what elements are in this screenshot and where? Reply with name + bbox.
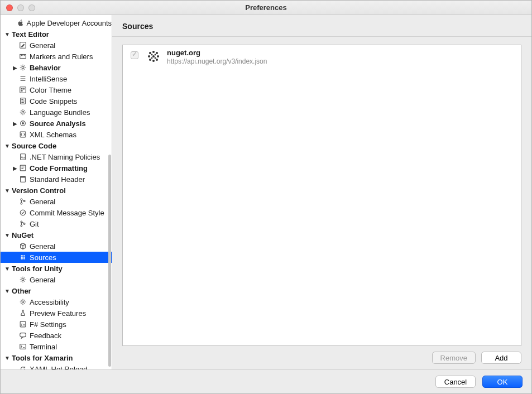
main-panel: Sources nuget.orghttps://api.nuget.org/v… — [112, 15, 531, 369]
svg-point-40 — [152, 60, 155, 62]
sidebar-item-label: Tools for Xamarin — [12, 354, 73, 362]
sidebar-item[interactable]: Apple Developer Accounts — [1, 17, 112, 28]
sidebar-scrollbar[interactable] — [108, 15, 112, 369]
disclosure-down-icon[interactable]: ▼ — [4, 31, 11, 37]
sidebar-item[interactable]: Color Theme — [1, 84, 112, 95]
sidebar-item[interactable]: ▼Other — [1, 285, 112, 296]
sidebar-item[interactable]: ▼Tools for Xamarin — [1, 352, 112, 363]
sidebar-item[interactable]: ▼Version Control — [1, 185, 112, 196]
svg-point-27 — [21, 257, 22, 258]
svg-point-22 — [21, 225, 22, 227]
sidebar-item[interactable]: ▶Behavior — [1, 62, 112, 73]
sidebar-item-label: Standard Header — [30, 175, 85, 184]
preferences-sidebar[interactable]: Apple Developer Accounts▼Text EditorGene… — [1, 15, 112, 369]
sidebar-item[interactable]: General — [1, 274, 112, 285]
sources-actions: Remove Add — [122, 346, 521, 364]
gear-icon — [18, 108, 27, 117]
sidebar-item[interactable]: ▼NuGet — [1, 229, 112, 241]
palette-icon — [18, 85, 27, 94]
remove-button[interactable]: Remove — [432, 352, 476, 364]
sidebar-item[interactable]: ▶Source Analysis — [1, 118, 112, 129]
sidebar-item[interactable]: XAML Hot Reload — [1, 363, 112, 369]
svg-point-6 — [21, 90, 22, 92]
sidebar-item-label: Apple Developer Accounts — [27, 19, 112, 27]
ruler-icon — [18, 52, 27, 61]
sidebar-item[interactable]: Code Snippets — [1, 95, 112, 107]
disclosure-right-icon[interactable]: ▶ — [12, 165, 18, 171]
source-enabled-checkbox[interactable] — [131, 51, 138, 59]
gear-icon — [18, 275, 27, 284]
svg-point-45 — [149, 59, 151, 61]
sidebar-item[interactable]: Terminal — [1, 341, 112, 352]
sidebar-item[interactable]: Aa.NET Naming Policies — [1, 151, 112, 162]
sidebar-item[interactable]: Feedback — [1, 330, 112, 341]
sidebar-item[interactable]: ▼Text Editor — [1, 28, 112, 40]
sidebar-item-label: .NET Naming Policies — [30, 153, 100, 161]
svg-point-42 — [157, 55, 159, 57]
sidebar-item-label: Source Analysis — [30, 119, 86, 128]
svg-rect-38 — [20, 344, 26, 349]
svg-point-4 — [21, 88, 22, 89]
svg-point-25 — [22, 255, 23, 256]
disclosure-down-icon[interactable]: ▼ — [4, 232, 11, 238]
ok-button[interactable]: OK — [482, 376, 523, 388]
disclosure-right-icon[interactable]: ▶ — [12, 65, 18, 71]
svg-point-18 — [21, 203, 22, 204]
git-icon — [18, 219, 27, 228]
minimize-icon — [17, 4, 24, 11]
sidebar-item[interactable]: ▼Source Code — [1, 140, 112, 151]
sidebar-item-label: XML Schemas — [30, 131, 76, 139]
source-item[interactable]: nuget.orghttps://api.nuget.org/v3/index.… — [123, 45, 521, 69]
sidebar-item[interactable]: General — [1, 241, 112, 252]
sidebar-item[interactable]: Sources — [1, 252, 112, 263]
svg-point-46 — [156, 59, 158, 61]
package-icon — [18, 242, 27, 251]
sidebar-item-label: IntelliSense — [30, 75, 67, 83]
disclosure-down-icon[interactable]: ▼ — [4, 266, 11, 272]
disclosure-down-icon[interactable]: ▼ — [4, 188, 11, 194]
sidebar-item[interactable]: General — [1, 196, 112, 207]
sidebar-item-label: F# Settings — [30, 320, 66, 329]
svg-point-5 — [23, 88, 25, 89]
svg-point-47 — [152, 55, 155, 57]
sidebar-item[interactable]: Markers and Rulers — [1, 51, 112, 62]
sidebar-item-label: General — [30, 198, 55, 206]
sidebar-scroll-thumb[interactable] — [108, 155, 111, 367]
svg-point-31 — [22, 258, 23, 260]
svg-text:Aa: Aa — [21, 155, 25, 159]
svg-point-49 — [155, 54, 156, 56]
sidebar-item[interactable]: F#F# Settings — [1, 319, 112, 330]
svg-point-48 — [151, 54, 153, 56]
sidebar-item[interactable]: Git — [1, 218, 112, 229]
disclosure-down-icon[interactable]: ▼ — [4, 355, 11, 361]
disclosure-down-icon[interactable]: ▼ — [4, 143, 11, 149]
sidebar-item[interactable]: XML Schemas — [1, 129, 112, 140]
close-icon[interactable] — [6, 4, 13, 11]
sidebar-item-label: Color Theme — [30, 86, 71, 94]
sidebar-item[interactable]: ▼Tools for Unity — [1, 263, 112, 274]
sidebar-item[interactable]: Preview Features — [1, 307, 112, 319]
sidebar-item[interactable]: ▶Code Formatting — [1, 162, 112, 174]
sidebar-item[interactable]: IntelliSense — [1, 73, 112, 84]
add-button[interactable]: Add — [481, 352, 521, 364]
disclosure-right-icon[interactable]: ▶ — [12, 121, 18, 127]
sidebar-item-label: XAML Hot Reload — [30, 365, 88, 370]
header-icon — [18, 175, 27, 184]
sidebar-item[interactable]: General — [1, 40, 112, 51]
sources-list[interactable]: nuget.orghttps://api.nuget.org/v3/index.… — [122, 45, 521, 346]
sidebar-item[interactable]: Commit Message Style — [1, 207, 112, 218]
disclosure-down-icon[interactable]: ▼ — [4, 288, 11, 294]
policy-icon: Aa — [18, 152, 27, 161]
sidebar-item-label: Sources — [30, 253, 56, 262]
panel-heading: Sources — [112, 15, 531, 37]
sidebar-item[interactable]: Standard Header — [1, 174, 112, 185]
svg-point-2 — [22, 66, 24, 69]
zoom-icon — [28, 4, 35, 11]
sidebar-item[interactable]: Language Bundles — [1, 107, 112, 118]
cancel-button[interactable]: Cancel — [435, 376, 476, 388]
svg-point-39 — [152, 51, 155, 53]
sidebar-item[interactable]: Accessibility — [1, 296, 112, 307]
sidebar-item-label: NuGet — [12, 231, 33, 239]
sidebar-item-label: Code Snippets — [30, 97, 77, 105]
format-icon — [18, 164, 27, 172]
